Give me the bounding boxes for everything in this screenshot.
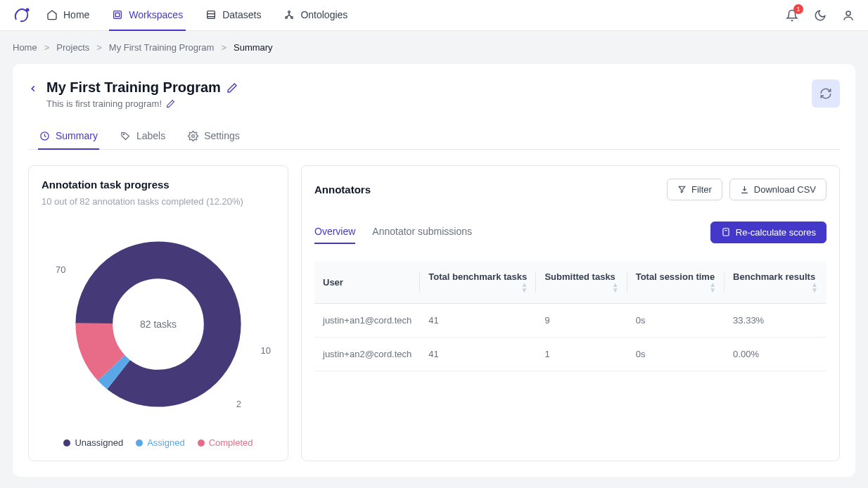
button-label: Download CSV bbox=[754, 184, 816, 195]
col-user[interactable]: User bbox=[314, 262, 420, 304]
legend-unassigned[interactable]: Unassigned bbox=[63, 437, 123, 448]
sort-icon: ▲▼ bbox=[521, 282, 528, 293]
ontology-icon bbox=[283, 9, 295, 20]
col-label: Total session time bbox=[636, 271, 715, 282]
cell-submitted: 1 bbox=[536, 338, 627, 371]
legend-label: Assigned bbox=[147, 437, 184, 448]
donut-center-label: 82 tasks bbox=[140, 319, 177, 330]
download-csv-button[interactable]: Download CSV bbox=[729, 179, 826, 200]
col-label: User bbox=[323, 277, 343, 288]
legend-label: Completed bbox=[209, 437, 253, 448]
col-total-benchmark[interactable]: Total benchmark tasks▲▼ bbox=[420, 262, 536, 304]
nav-label: Home bbox=[63, 9, 89, 20]
sort-icon: ▲▼ bbox=[612, 282, 619, 293]
download-icon bbox=[740, 185, 749, 194]
table-row[interactable]: justin+an1@cord.tech 41 9 0s 33.33% bbox=[314, 304, 826, 338]
chart-label-completed: 10 bbox=[261, 345, 271, 356]
svg-point-11 bbox=[123, 134, 124, 134]
main-tabs: Summary Labels Settings bbox=[28, 123, 840, 150]
sub-tab-overview[interactable]: Overview bbox=[314, 220, 355, 244]
logo[interactable] bbox=[11, 5, 32, 26]
user-menu[interactable] bbox=[840, 7, 857, 24]
table-row[interactable]: justin+an2@cord.tech 41 1 0s 0.00% bbox=[314, 338, 826, 371]
cell-user: justin+an1@cord.tech bbox=[314, 304, 420, 338]
header-row: My First Training Program This is first … bbox=[28, 79, 840, 109]
tab-label: Labels bbox=[136, 130, 165, 141]
col-label: Benchmark results bbox=[733, 271, 815, 282]
title-block: My First Training Program This is first … bbox=[46, 79, 812, 109]
notification-badge: 1 bbox=[793, 4, 803, 14]
sort-icon: ▲▼ bbox=[811, 282, 818, 293]
tab-summary[interactable]: Summary bbox=[38, 123, 99, 150]
cell-submitted: 9 bbox=[536, 304, 627, 338]
chart-label-unassigned: 70 bbox=[56, 264, 65, 275]
tab-label: Summary bbox=[56, 130, 98, 141]
filter-button[interactable]: Filter bbox=[667, 179, 722, 200]
nav-datasets[interactable]: Datasets bbox=[203, 0, 264, 31]
svg-point-6 bbox=[288, 11, 291, 13]
breadcrumb-link[interactable]: My First Training Program bbox=[109, 42, 215, 53]
tab-label: Settings bbox=[204, 130, 240, 141]
calculator-icon bbox=[721, 227, 731, 237]
donut-chart: 82 tasks 70 10 2 bbox=[42, 215, 275, 433]
legend-dot bbox=[136, 439, 143, 447]
recalculate-button[interactable]: Re-calculate scores bbox=[710, 221, 826, 243]
svg-point-0 bbox=[26, 8, 30, 11]
cell-result: 33.33% bbox=[725, 304, 826, 338]
edit-title-button[interactable] bbox=[226, 82, 238, 94]
subtitle-row: This is first training program! bbox=[46, 98, 812, 109]
col-benchmark-results[interactable]: Benchmark results▲▼ bbox=[725, 262, 826, 304]
breadcrumb-sep: > bbox=[221, 42, 226, 53]
breadcrumb-current: Summary bbox=[234, 42, 273, 53]
notifications-button[interactable]: 1 bbox=[784, 7, 800, 24]
sub-tab-row: Overview Annotator submissions Re-calcul… bbox=[314, 220, 826, 245]
col-label: Total benchmark tasks bbox=[428, 271, 527, 282]
breadcrumb-sep: > bbox=[96, 42, 102, 53]
filter-icon bbox=[677, 185, 687, 194]
sub-tab-submissions[interactable]: Annotator submissions bbox=[372, 220, 472, 244]
theme-toggle[interactable] bbox=[812, 7, 829, 24]
button-label: Filter bbox=[691, 184, 712, 195]
page-title-row: My First Training Program bbox=[46, 79, 812, 96]
refresh-button[interactable] bbox=[812, 79, 840, 108]
nav-ontologies[interactable]: Ontologies bbox=[281, 0, 350, 31]
col-submitted[interactable]: Submitted tasks▲▼ bbox=[536, 262, 627, 304]
legend-completed[interactable]: Completed bbox=[198, 437, 253, 448]
panels: Annotation task progress 10 out of 82 an… bbox=[28, 165, 840, 461]
back-button[interactable] bbox=[28, 79, 46, 94]
edit-subtitle-button[interactable] bbox=[166, 99, 175, 108]
workspace-icon bbox=[112, 9, 123, 20]
svg-rect-2 bbox=[116, 13, 120, 16]
sort-icon: ▲▼ bbox=[709, 282, 716, 293]
breadcrumb-link[interactable]: Home bbox=[13, 42, 37, 53]
svg-rect-1 bbox=[114, 11, 122, 18]
svg-point-12 bbox=[192, 134, 195, 137]
annotators-panel: Annotators Filter Download CSV Overview … bbox=[301, 165, 840, 461]
sub-tabs: Overview Annotator submissions bbox=[314, 220, 472, 244]
tag-icon bbox=[120, 131, 131, 141]
chart-label-assigned: 2 bbox=[236, 399, 241, 409]
cell-total-benchmark: 41 bbox=[420, 304, 536, 338]
nav-workspaces[interactable]: Workspaces bbox=[109, 0, 186, 31]
cell-result: 0.00% bbox=[725, 338, 826, 371]
legend-label: Unassigned bbox=[75, 437, 123, 448]
nav-label: Workspaces bbox=[129, 9, 183, 20]
svg-point-9 bbox=[846, 11, 850, 15]
nav-items: Home Workspaces Datasets Ontologies bbox=[44, 0, 350, 31]
home-icon bbox=[46, 9, 58, 20]
cell-session: 0s bbox=[627, 338, 725, 371]
legend-assigned[interactable]: Assigned bbox=[136, 437, 184, 448]
col-session-time[interactable]: Total session time▲▼ bbox=[627, 262, 725, 304]
nav-label: Datasets bbox=[222, 9, 261, 20]
breadcrumb-link[interactable]: Projects bbox=[56, 42, 89, 53]
panel-title: Annotation task progress bbox=[42, 179, 275, 191]
dataset-icon bbox=[205, 9, 217, 20]
nav-right: 1 bbox=[784, 7, 857, 24]
tab-labels[interactable]: Labels bbox=[119, 123, 167, 150]
col-label: Submitted tasks bbox=[544, 271, 615, 282]
tab-settings[interactable]: Settings bbox=[186, 123, 241, 150]
annotators-actions: Filter Download CSV bbox=[667, 179, 826, 200]
clock-icon bbox=[39, 131, 50, 141]
nav-home[interactable]: Home bbox=[44, 0, 92, 31]
cell-user: justin+an2@cord.tech bbox=[314, 338, 420, 371]
